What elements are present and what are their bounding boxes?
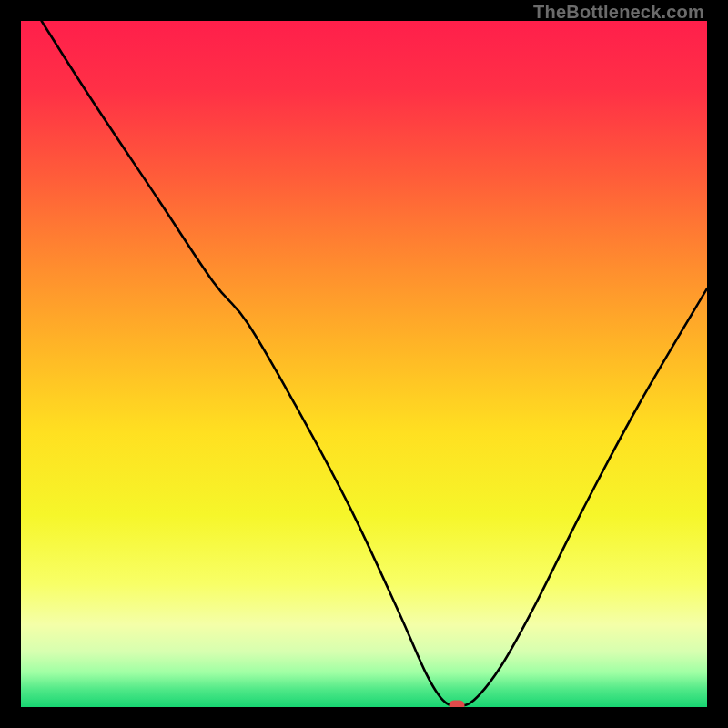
optimum-marker xyxy=(449,700,464,707)
chart-svg xyxy=(21,21,707,707)
plot-area xyxy=(21,21,707,707)
watermark-text: TheBottleneck.com xyxy=(533,2,704,23)
gradient-background xyxy=(21,21,707,707)
chart-frame: TheBottleneck.com xyxy=(0,0,728,728)
